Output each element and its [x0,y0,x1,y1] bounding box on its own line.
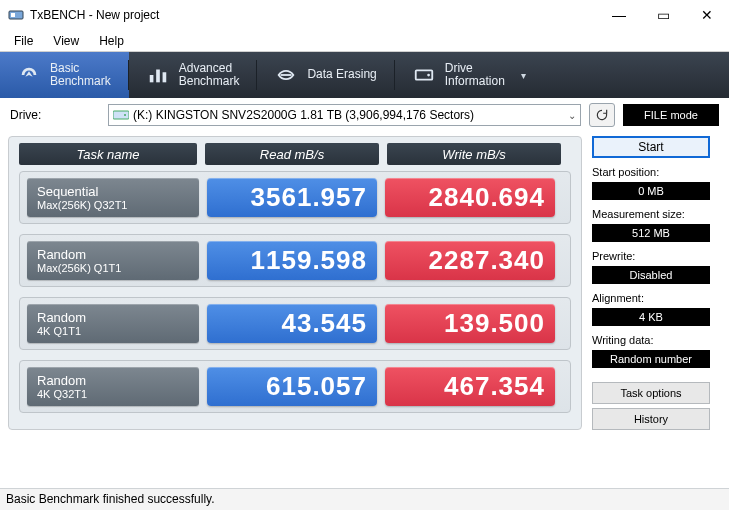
status-bar: Basic Benchmark finished successfully. [0,488,729,510]
tab-advanced-benchmark[interactable]: AdvancedBenchmark [129,52,258,98]
start-position-label: Start position: [592,166,710,178]
titlebar: TxBENCH - New project — ▭ ✕ [0,0,729,30]
menu-view[interactable]: View [43,32,89,50]
result-row: Random4K Q1T1 43.545 139.500 [19,297,571,350]
tab-label: Information [445,75,505,88]
app-icon [8,7,24,23]
disk-icon [113,108,129,122]
start-button[interactable]: Start [592,136,710,158]
write-value: 2840.694 [385,178,555,217]
task-name-box: RandomMax(256K) Q1T1 [27,241,199,280]
svg-rect-1 [11,13,15,17]
measurement-size-value[interactable]: 512 MB [592,224,710,242]
side-panel: Start Start position: 0 MB Measurement s… [592,136,710,430]
file-mode-button[interactable]: FILE mode [623,104,719,126]
result-row: Random4K Q32T1 615.057 467.354 [19,360,571,413]
tab-basic-benchmark[interactable]: BasicBenchmark [0,52,129,98]
writing-data-label: Writing data: [592,334,710,346]
start-position-value[interactable]: 0 MB [592,182,710,200]
result-row: RandomMax(256K) Q1T1 1159.598 2287.340 [19,234,571,287]
tabbar: BasicBenchmark AdvancedBenchmark Data Er… [0,52,729,98]
drive-icon [413,64,435,86]
column-task-name: Task name [19,143,197,165]
task-name-box: Random4K Q32T1 [27,367,199,406]
read-value: 3561.957 [207,178,377,217]
tab-drive-information[interactable]: DriveInformation ▾ [395,52,544,98]
tab-label: Benchmark [179,75,240,88]
tab-label: Benchmark [50,75,111,88]
write-value: 2287.340 [385,241,555,280]
drive-selected-text: (K:) KINGSTON SNV2S2000G 1.81 TB (3,906,… [133,108,474,122]
measurement-size-label: Measurement size: [592,208,710,220]
svg-rect-2 [149,75,153,82]
svg-rect-3 [156,70,160,83]
menubar: File View Help [0,30,729,52]
menu-file[interactable]: File [4,32,43,50]
tab-data-erasing[interactable]: Data Erasing [257,52,394,98]
column-read: Read mB/s [205,143,379,165]
task-name-box: Random4K Q1T1 [27,304,199,343]
drive-bar: Drive: (K:) KINGSTON SNV2S2000G 1.81 TB … [0,98,729,132]
chevron-down-icon: ⌄ [568,110,576,121]
prewrite-value[interactable]: Disabled [592,266,710,284]
bars-icon [147,64,169,86]
refresh-button[interactable] [589,103,615,127]
write-value: 467.354 [385,367,555,406]
menu-help[interactable]: Help [89,32,134,50]
read-value: 615.057 [207,367,377,406]
window-title: TxBENCH - New project [30,8,597,22]
erase-icon [275,64,297,86]
task-name-box: SequentialMax(256K) Q32T1 [27,178,199,217]
gauge-icon [18,64,40,86]
column-write: Write mB/s [387,143,561,165]
drive-select[interactable]: (K:) KINGSTON SNV2S2000G 1.81 TB (3,906,… [108,104,581,126]
read-value: 1159.598 [207,241,377,280]
svg-rect-4 [162,72,166,82]
benchmark-panel: Task name Read mB/s Write mB/s Sequentia… [8,136,582,430]
svg-rect-7 [113,111,129,119]
minimize-button[interactable]: — [597,0,641,30]
task-options-button[interactable]: Task options [592,382,710,404]
chevron-down-icon: ▾ [521,70,526,81]
maximize-button[interactable]: ▭ [641,0,685,30]
close-button[interactable]: ✕ [685,0,729,30]
tab-label: Data Erasing [307,68,376,81]
svg-point-6 [427,74,430,77]
read-value: 43.545 [207,304,377,343]
write-value: 139.500 [385,304,555,343]
history-button[interactable]: History [592,408,710,430]
refresh-icon [595,108,609,122]
svg-point-8 [124,114,126,116]
alignment-label: Alignment: [592,292,710,304]
alignment-value[interactable]: 4 KB [592,308,710,326]
prewrite-label: Prewrite: [592,250,710,262]
result-row: SequentialMax(256K) Q32T1 3561.957 2840.… [19,171,571,224]
writing-data-value[interactable]: Random number [592,350,710,368]
drive-label: Drive: [10,108,100,122]
